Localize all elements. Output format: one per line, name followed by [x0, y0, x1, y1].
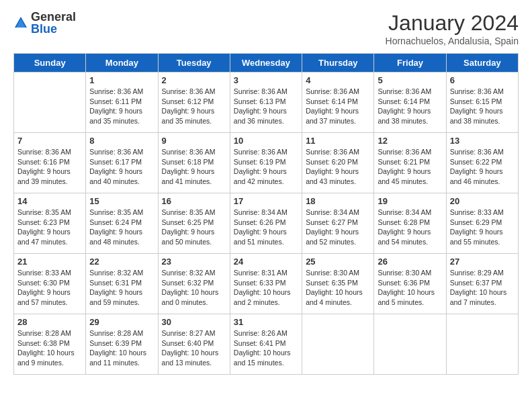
col-tuesday: Tuesday [158, 54, 230, 73]
day-number: 13 [450, 136, 515, 146]
table-row [446, 314, 518, 375]
day-number: 28 [17, 317, 82, 327]
table-row: 15Sunrise: 8:35 AM Sunset: 6:24 PM Dayli… [86, 193, 158, 254]
table-row: 29Sunrise: 8:28 AM Sunset: 6:39 PM Dayli… [86, 314, 158, 375]
logo-blue: Blue [31, 23, 76, 35]
table-row [374, 314, 446, 375]
day-info: Sunrise: 8:32 AM Sunset: 6:31 PM Dayligh… [89, 268, 154, 308]
logo-icon [13, 15, 28, 30]
col-wednesday: Wednesday [230, 54, 302, 73]
day-number: 26 [378, 257, 442, 267]
day-info: Sunrise: 8:28 AM Sunset: 6:39 PM Dayligh… [89, 328, 154, 368]
day-number: 29 [89, 317, 154, 327]
header-row: Sunday Monday Tuesday Wednesday Thursday… [14, 54, 519, 73]
day-info: Sunrise: 8:30 AM Sunset: 6:36 PM Dayligh… [378, 268, 442, 308]
day-number: 1 [89, 75, 154, 85]
week-row: 28Sunrise: 8:28 AM Sunset: 6:38 PM Dayli… [14, 314, 519, 375]
table-row: 13Sunrise: 8:36 AM Sunset: 6:22 PM Dayli… [446, 133, 518, 193]
day-info: Sunrise: 8:36 AM Sunset: 6:15 PM Dayligh… [450, 87, 515, 126]
table-row [302, 314, 374, 375]
day-number: 12 [378, 136, 442, 146]
day-number: 16 [162, 196, 226, 206]
calendar-page: General Blue January 2024 Hornachuelos, … [0, 0, 532, 388]
day-info: Sunrise: 8:36 AM Sunset: 6:17 PM Dayligh… [89, 147, 154, 187]
table-row: 28Sunrise: 8:28 AM Sunset: 6:38 PM Dayli… [14, 314, 86, 375]
week-row: 21Sunrise: 8:33 AM Sunset: 6:30 PM Dayli… [14, 254, 519, 314]
day-number: 4 [306, 75, 370, 85]
table-row: 17Sunrise: 8:34 AM Sunset: 6:26 PM Dayli… [230, 193, 302, 254]
title-block: January 2024 Hornachuelos, Andalusia, Sp… [386, 11, 519, 46]
table-row: 22Sunrise: 8:32 AM Sunset: 6:31 PM Dayli… [86, 254, 158, 314]
day-info: Sunrise: 8:36 AM Sunset: 6:12 PM Dayligh… [162, 87, 226, 126]
day-info: Sunrise: 8:35 AM Sunset: 6:25 PM Dayligh… [162, 208, 226, 247]
logo: General Blue [13, 11, 76, 35]
table-row: 18Sunrise: 8:34 AM Sunset: 6:27 PM Dayli… [302, 193, 374, 254]
day-number: 18 [306, 196, 370, 206]
day-number: 2 [162, 75, 226, 85]
calendar-title: January 2024 [386, 11, 519, 36]
week-row: 14Sunrise: 8:35 AM Sunset: 6:23 PM Dayli… [14, 193, 519, 254]
day-number: 23 [162, 257, 226, 267]
day-number: 31 [234, 317, 298, 327]
day-number: 14 [17, 196, 82, 206]
calendar-subtitle: Hornachuelos, Andalusia, Spain [386, 36, 519, 46]
col-saturday: Saturday [446, 54, 518, 73]
day-info: Sunrise: 8:36 AM Sunset: 6:11 PM Dayligh… [89, 87, 154, 126]
day-info: Sunrise: 8:36 AM Sunset: 6:13 PM Dayligh… [234, 87, 298, 126]
table-row: 16Sunrise: 8:35 AM Sunset: 6:25 PM Dayli… [158, 193, 230, 254]
day-number: 30 [162, 317, 226, 327]
day-number: 19 [378, 196, 442, 206]
day-number: 10 [234, 136, 298, 146]
table-row: 1Sunrise: 8:36 AM Sunset: 6:11 PM Daylig… [86, 73, 158, 133]
day-info: Sunrise: 8:36 AM Sunset: 6:14 PM Dayligh… [306, 87, 370, 126]
table-row: 27Sunrise: 8:29 AM Sunset: 6:37 PM Dayli… [446, 254, 518, 314]
day-info: Sunrise: 8:33 AM Sunset: 6:30 PM Dayligh… [17, 268, 82, 308]
table-row: 25Sunrise: 8:30 AM Sunset: 6:35 PM Dayli… [302, 254, 374, 314]
day-number: 21 [17, 257, 82, 267]
day-info: Sunrise: 8:31 AM Sunset: 6:33 PM Dayligh… [234, 268, 298, 308]
day-info: Sunrise: 8:30 AM Sunset: 6:35 PM Dayligh… [306, 268, 370, 308]
day-info: Sunrise: 8:34 AM Sunset: 6:27 PM Dayligh… [306, 208, 370, 247]
day-number: 6 [450, 75, 515, 85]
table-row: 7Sunrise: 8:36 AM Sunset: 6:16 PM Daylig… [14, 133, 86, 193]
table-row: 8Sunrise: 8:36 AM Sunset: 6:17 PM Daylig… [86, 133, 158, 193]
calendar-table: Sunday Monday Tuesday Wednesday Thursday… [13, 53, 519, 375]
table-row: 14Sunrise: 8:35 AM Sunset: 6:23 PM Dayli… [14, 193, 86, 254]
week-row: 7Sunrise: 8:36 AM Sunset: 6:16 PM Daylig… [14, 133, 519, 193]
day-info: Sunrise: 8:26 AM Sunset: 6:41 PM Dayligh… [234, 328, 298, 368]
table-row: 12Sunrise: 8:36 AM Sunset: 6:21 PM Dayli… [374, 133, 446, 193]
table-row: 23Sunrise: 8:32 AM Sunset: 6:32 PM Dayli… [158, 254, 230, 314]
table-row: 30Sunrise: 8:27 AM Sunset: 6:40 PM Dayli… [158, 314, 230, 375]
col-friday: Friday [374, 54, 446, 73]
table-row: 24Sunrise: 8:31 AM Sunset: 6:33 PM Dayli… [230, 254, 302, 314]
table-row: 5Sunrise: 8:36 AM Sunset: 6:14 PM Daylig… [374, 73, 446, 133]
day-number: 15 [89, 196, 154, 206]
table-row: 10Sunrise: 8:36 AM Sunset: 6:19 PM Dayli… [230, 133, 302, 193]
table-row: 26Sunrise: 8:30 AM Sunset: 6:36 PM Dayli… [374, 254, 446, 314]
day-number: 5 [378, 75, 442, 85]
day-info: Sunrise: 8:36 AM Sunset: 6:14 PM Dayligh… [378, 87, 442, 126]
day-info: Sunrise: 8:36 AM Sunset: 6:16 PM Dayligh… [17, 147, 82, 187]
table-row: 31Sunrise: 8:26 AM Sunset: 6:41 PM Dayli… [230, 314, 302, 375]
col-monday: Monday [86, 54, 158, 73]
day-info: Sunrise: 8:27 AM Sunset: 6:40 PM Dayligh… [162, 328, 226, 368]
table-row: 9Sunrise: 8:36 AM Sunset: 6:18 PM Daylig… [158, 133, 230, 193]
day-number: 8 [89, 136, 154, 146]
day-info: Sunrise: 8:36 AM Sunset: 6:19 PM Dayligh… [234, 147, 298, 187]
table-row: 3Sunrise: 8:36 AM Sunset: 6:13 PM Daylig… [230, 73, 302, 133]
table-row: 21Sunrise: 8:33 AM Sunset: 6:30 PM Dayli… [14, 254, 86, 314]
day-info: Sunrise: 8:35 AM Sunset: 6:23 PM Dayligh… [17, 208, 82, 247]
day-info: Sunrise: 8:36 AM Sunset: 6:20 PM Dayligh… [306, 147, 370, 187]
table-row: 6Sunrise: 8:36 AM Sunset: 6:15 PM Daylig… [446, 73, 518, 133]
day-number: 9 [162, 136, 226, 146]
day-number: 7 [17, 136, 82, 146]
day-info: Sunrise: 8:36 AM Sunset: 6:21 PM Dayligh… [378, 147, 442, 187]
day-info: Sunrise: 8:32 AM Sunset: 6:32 PM Dayligh… [162, 268, 226, 308]
logo-general: General [31, 11, 76, 23]
table-row [14, 73, 86, 133]
logo-text: General Blue [31, 11, 76, 35]
table-row: 20Sunrise: 8:33 AM Sunset: 6:29 PM Dayli… [446, 193, 518, 254]
col-thursday: Thursday [302, 54, 374, 73]
week-row: 1Sunrise: 8:36 AM Sunset: 6:11 PM Daylig… [14, 73, 519, 133]
col-sunday: Sunday [14, 54, 86, 73]
